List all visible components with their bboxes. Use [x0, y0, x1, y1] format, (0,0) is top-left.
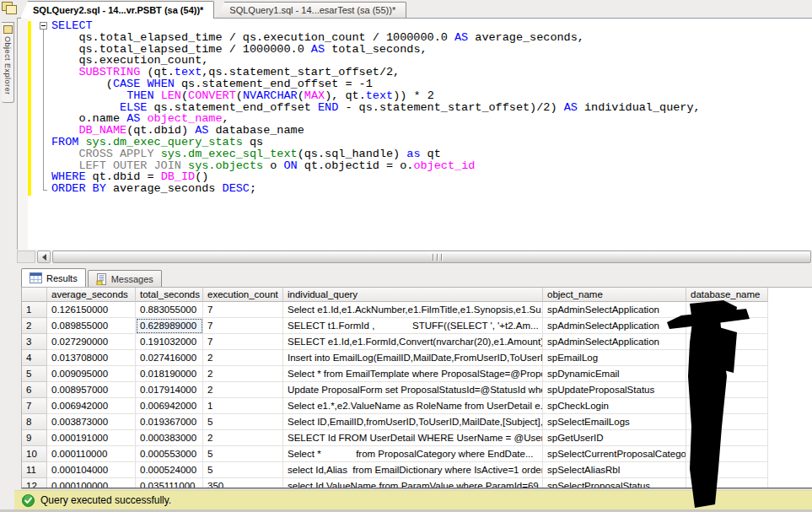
tab-sqlquery1[interactable]: SQLQuery1.sql - 14...esarTest (sa (55))*	[217, 2, 406, 18]
grid-cell[interactable]	[686, 334, 768, 350]
splitter-box[interactable]	[17, 251, 35, 263]
grid-rownum-cell[interactable]: 8	[22, 414, 47, 430]
grid-cell[interactable]: spEmailLog	[543, 350, 686, 366]
tab-messages[interactable]: Messages	[88, 270, 162, 287]
grid-cell[interactable]: 0.000553000	[136, 446, 203, 462]
grid-header-cell[interactable]: database_name	[686, 288, 768, 302]
grid-cell[interactable]: 1	[203, 398, 283, 414]
editor-hscrollbar[interactable]	[17, 250, 812, 264]
grid-header-cell[interactable]: individual_query	[283, 288, 543, 302]
grid-rownum-cell[interactable]: 2	[22, 318, 47, 334]
grid-cell[interactable]: Select e1.*,e2.ValueName as RoleName fro…	[283, 398, 543, 414]
grid-cell[interactable]: 7	[203, 334, 283, 350]
grid-cell[interactable]: spAdminSelectApplication	[543, 334, 686, 350]
grid-cell[interactable]: select Id,Alias from EmailDictionary whe…	[283, 462, 543, 478]
grid-cell[interactable]: 0.126150000	[47, 302, 136, 318]
grid-cell[interactable]: 5	[203, 462, 283, 478]
grid-cell[interactable]	[686, 350, 768, 366]
grid-cell[interactable]: Insert into EmailLog(EmailID,MailDate,Fr…	[283, 350, 543, 366]
grid-cell[interactable]: 5	[203, 414, 283, 430]
grid-cell[interactable]: spAdminSelectApplication	[543, 318, 686, 334]
grid-header-cell[interactable]: object_name	[543, 288, 686, 302]
grid-rownum-cell[interactable]: 12	[22, 478, 47, 489]
sql-editor[interactable]: SELECT qs.total_elapsed_time / qs.execut…	[17, 19, 812, 250]
grid-cell[interactable]: Select e1.Id,e1.AckNumber,e1.FilmTitle,e…	[283, 302, 543, 318]
grid-header-cell[interactable]: average_seconds	[47, 288, 136, 302]
grid-rownum-cell[interactable]: 3	[22, 334, 47, 350]
grid-cell[interactable]: 5	[203, 446, 283, 462]
grid-cell[interactable]: 2	[203, 382, 283, 398]
grid-header-cell[interactable]: total_seconds	[136, 288, 203, 302]
tab-results[interactable]: Results	[21, 268, 86, 287]
grid-cell[interactable]: 2	[203, 430, 283, 446]
grid-cell[interactable]: 2	[203, 350, 283, 366]
code-area[interactable]: SELECT qs.total_elapsed_time / qs.execut…	[51, 20, 810, 248]
grid-cell[interactable]: 0.000110000	[47, 446, 136, 462]
grid-cell[interactable]: 0.013708000	[47, 350, 136, 366]
grid-cell[interactable]: 0.006942000	[136, 398, 203, 414]
grid-cell[interactable]: Select * from ProposalCategory where End…	[283, 446, 543, 462]
grid-cell[interactable]: 0.003873000	[47, 414, 136, 430]
grid-cell[interactable]: spSelectAliasRbl	[543, 462, 686, 478]
grid-rownum-cell[interactable]: 1	[22, 302, 47, 318]
object-explorer-icon[interactable]	[2, 2, 16, 14]
grid-cell[interactable]	[686, 446, 768, 462]
grid-cell[interactable]: 0.006942000	[47, 398, 136, 414]
grid-cell[interactable]: 0.191032000	[136, 334, 203, 350]
grid-cell[interactable]: 0.883055000	[136, 302, 203, 318]
grid-cell[interactable]: 0.000524000	[136, 462, 203, 478]
grid-cell[interactable]: Select ID,EmailID,fromUserID,ToUserID,Ma…	[283, 414, 543, 430]
grid-cell[interactable]: 0.008957000	[47, 382, 136, 398]
grid-cell[interactable]: 0.000191000	[47, 430, 136, 446]
grid-cell[interactable]: SELECT t1.FormId , STUFF((SELECT ', '+t2…	[283, 318, 543, 334]
grid-cell[interactable]: spSelectEmailLogs	[543, 414, 686, 430]
grid-header-cell[interactable]	[22, 288, 47, 302]
grid-cell[interactable]: spSelectProposalStatus	[543, 478, 686, 489]
grid-cell[interactable]: spAdminSelectApplication	[543, 302, 686, 318]
grid-cell[interactable]: spUpdateProposalStatus	[543, 382, 686, 398]
grid-cell[interactable]	[686, 382, 768, 398]
outline-collapse-box[interactable]	[40, 22, 47, 30]
grid-rownum-cell[interactable]: 7	[22, 398, 47, 414]
grid-cell[interactable]: 2	[203, 366, 283, 382]
tab-sqlquery2[interactable]: SQLQuery2.sql - 14...vr.PSBT (sa (54))*	[20, 1, 214, 19]
grid-cell[interactable]: 0.009095000	[47, 366, 136, 382]
grid-rownum-cell[interactable]: 9	[22, 430, 47, 446]
grid-cell[interactable]: SELECT Id FROM UserDetail WHERE UserName…	[283, 430, 543, 446]
grid-cell[interactable]: spGetUserID	[543, 430, 686, 446]
grid-cell[interactable]: 0.089855000	[47, 318, 136, 334]
grid-cell[interactable]	[686, 366, 768, 382]
grid-cell[interactable]: 7	[203, 318, 283, 334]
grid-cell[interactable]	[686, 302, 768, 318]
grid-cell[interactable]: spDynamicEmail	[543, 366, 686, 382]
grid-cell[interactable]: 0.027416000	[136, 350, 203, 366]
object-explorer-tab[interactable]: Object Explorer	[2, 22, 14, 103]
grid-cell[interactable]	[686, 318, 768, 334]
grid-cell[interactable]: 0.017914000	[136, 382, 203, 398]
grid-cell[interactable]: spCheckLogin	[543, 398, 686, 414]
grid-cell[interactable]: 0.000104000	[47, 462, 136, 478]
grid-cell[interactable]: 7	[203, 302, 283, 318]
grid-cell[interactable]: Select * from EmailTemplate where Propos…	[283, 366, 543, 382]
grid-cell[interactable]: 0.000100000	[47, 478, 136, 489]
grid-cell[interactable]: spSelectCurrentProposalCategory	[543, 446, 686, 462]
grid-rownum-cell[interactable]: 5	[22, 366, 47, 382]
grid-cell[interactable]: 0.035111000	[136, 478, 203, 489]
grid-cell[interactable]: 0.019367000	[136, 414, 203, 430]
hscrollbar-thumb[interactable]	[52, 251, 811, 263]
grid-cell[interactable]: 0.628989000	[136, 318, 203, 334]
grid-rownum-cell[interactable]: 6	[22, 382, 47, 398]
grid-cell[interactable]: SELECT e1.Id,e1.FormId,Convert(nvarchar(…	[283, 334, 543, 350]
grid-rownum-cell[interactable]: 10	[22, 446, 47, 462]
scroll-left-button[interactable]	[37, 251, 51, 263]
grid-cell[interactable]	[686, 430, 768, 446]
grid-cell[interactable]: 0.018190000	[136, 366, 203, 382]
grid-cell[interactable]: 350	[203, 478, 283, 489]
grid-cell[interactable]	[686, 478, 768, 489]
grid-rownum-cell[interactable]: 4	[22, 350, 47, 366]
grid-cell[interactable]: select Id,ValueName from ParamValue wher…	[283, 478, 543, 489]
grid-cell[interactable]	[686, 462, 768, 478]
grid-header-cell[interactable]: execution_count	[203, 288, 283, 302]
grid-cell[interactable]: 0.000383000	[136, 430, 203, 446]
grid-rownum-cell[interactable]: 11	[22, 462, 47, 478]
